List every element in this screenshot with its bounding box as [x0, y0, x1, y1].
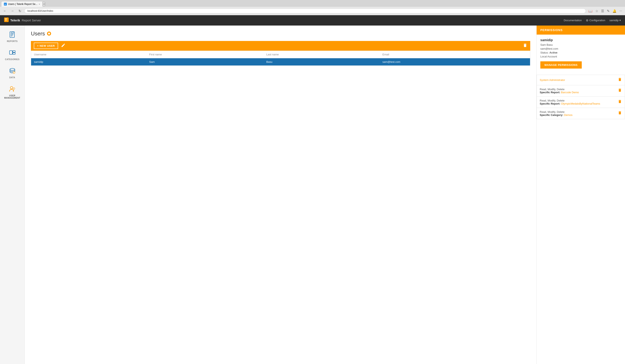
- browser-tab[interactable]: U Users | Telerik Report Se... ×: [1, 1, 43, 7]
- documentation-link[interactable]: Documentation: [563, 19, 582, 22]
- data-icon: +: [9, 67, 16, 75]
- sidebar: REPORTS CATEGORIES: [0, 26, 25, 364]
- permission-item-sysadmin: System Administrator: [537, 75, 625, 85]
- user-detail-fullname: Sam Basu: [540, 43, 621, 46]
- table-body: samidip Sam Basu sam@test.com: [31, 58, 530, 65]
- tab-close-button[interactable]: ×: [39, 3, 40, 5]
- permissions-panel: PERMISSIONS samidip Sam Basu sam@test.co…: [536, 26, 625, 364]
- content-with-panel: Users + NEW USER: [25, 26, 625, 364]
- user-menu[interactable]: samidip ▾: [609, 19, 621, 22]
- app-body: REPORTS CATEGORIES: [0, 26, 625, 364]
- col-lastname: Last name: [263, 51, 380, 58]
- forward-button[interactable]: →: [9, 8, 15, 14]
- sidebar-item-data[interactable]: + DATA: [0, 64, 25, 82]
- permission-text-demos: Read, Modify, Delete Specific Category: …: [540, 110, 572, 117]
- svg-point-13: [10, 68, 15, 70]
- edit-user-icon[interactable]: [61, 43, 65, 49]
- col-firstname: First name: [146, 51, 263, 58]
- user-detail-username: samidip: [540, 38, 621, 42]
- page-title: Users: [31, 30, 45, 37]
- new-user-button[interactable]: + NEW USER: [34, 43, 58, 49]
- reports-label: REPORTS: [7, 40, 18, 42]
- delete-user-icon[interactable]: [523, 43, 527, 49]
- permission-item-olympic: Read, Modify, Delete Specific Report: Ol…: [537, 96, 625, 108]
- perm-specific-olympic: Specific Report: OlympicMedalsByNational…: [540, 102, 600, 105]
- delete-permission-barcode[interactable]: [618, 88, 622, 93]
- table-header-row: Username First name Last name Email: [31, 51, 530, 58]
- tab-title: Users | Telerik Report Se...: [8, 3, 37, 5]
- delete-permission-demos[interactable]: [618, 111, 622, 116]
- logo-telerik: Telerik: [10, 19, 20, 22]
- cell-firstname: Sam: [146, 58, 263, 65]
- user-status-value: Active: [549, 51, 558, 54]
- new-tab-button[interactable]: +: [43, 2, 45, 6]
- bookmarks-icon[interactable]: 📖: [588, 8, 593, 14]
- perm-access-demos: Read, Modify, Delete: [540, 110, 572, 114]
- app-header: T Telerik Report Server Documentation ⚙ …: [0, 15, 625, 26]
- title-badge: [47, 31, 51, 36]
- data-label: DATA: [9, 76, 15, 79]
- svg-rect-9: [12, 32, 14, 33]
- favorites-icon[interactable]: ☆: [594, 8, 599, 14]
- cell-lastname: Basu: [263, 58, 380, 65]
- users-table-container: Username First name Last name Email sami…: [31, 51, 530, 66]
- page-title-section: Users: [31, 30, 530, 37]
- table-row[interactable]: samidip Sam Basu sam@test.com: [31, 58, 530, 65]
- permission-text-sysadmin: System Administrator: [540, 78, 565, 82]
- header-links: Documentation ⚙ Configuration samidip ▾: [563, 19, 621, 22]
- sysadmin-role-label: System Administrator: [540, 78, 565, 82]
- col-username: Username: [31, 51, 146, 58]
- delete-permission-olympic[interactable]: [618, 99, 622, 105]
- tab-favicon: U: [4, 3, 7, 5]
- permission-list: System Administrator Read, Modif: [537, 75, 625, 119]
- table-header: Username First name Last name Email: [31, 51, 530, 58]
- svg-text:+: +: [13, 72, 14, 74]
- main-content: Users + NEW USER: [25, 26, 536, 364]
- svg-rect-11: [13, 51, 15, 52]
- sidebar-item-reports[interactable]: REPORTS: [0, 28, 25, 46]
- user-management-label: USER MANAGEMENT: [2, 94, 23, 99]
- permission-text-olympic: Read, Modify, Delete Specific Report: Ol…: [540, 99, 600, 105]
- perm-access-barcode: Read, Modify, Delete: [540, 88, 579, 91]
- manage-permissions-button[interactable]: MANAGE PERMISSIONS: [540, 61, 582, 68]
- user-management-icon: [9, 85, 16, 93]
- svg-rect-10: [9, 51, 12, 54]
- user-detail: samidip Sam Basu sam@test.com Status: Ac…: [537, 34, 625, 75]
- app-logo: T Telerik Report Server: [4, 18, 563, 23]
- refresh-button[interactable]: ↻: [17, 8, 23, 14]
- configuration-link[interactable]: ⚙ Configuration: [586, 19, 605, 22]
- permissions-header: PERMISSIONS: [537, 26, 625, 34]
- svg-rect-12: [13, 53, 15, 54]
- cell-username: samidip: [31, 58, 146, 65]
- menu-icon[interactable]: ☰: [600, 8, 605, 14]
- address-bar[interactable]: [24, 8, 586, 13]
- svg-text:U: U: [4, 3, 6, 5]
- logo-t-icon: T: [4, 18, 9, 23]
- sidebar-item-categories[interactable]: CATEGORIES: [0, 46, 25, 64]
- categories-icon: [9, 49, 16, 57]
- user-detail-status: Status: Active: [540, 51, 621, 54]
- chevron-down-icon: ▾: [620, 19, 621, 22]
- svg-point-16: [10, 87, 13, 89]
- sidebar-item-user-management[interactable]: USER MANAGEMENT: [0, 82, 25, 102]
- perm-access-olympic: Read, Modify, Delete: [540, 99, 600, 102]
- delete-permission-sysadmin[interactable]: [618, 77, 622, 83]
- col-email: Email: [380, 51, 530, 58]
- logo-product: Report Server: [22, 19, 41, 22]
- extensions-icon[interactable]: 🔔: [612, 8, 617, 14]
- svg-point-17: [13, 88, 15, 89]
- user-detail-account-type: Local Account: [540, 55, 621, 58]
- svg-rect-8: [11, 36, 12, 36]
- edit-icon[interactable]: ✎: [606, 8, 610, 14]
- users-table: Username First name Last name Email sami…: [31, 51, 530, 65]
- perm-specific-barcode: Specific Report: Barcode Demo: [540, 91, 579, 94]
- back-button[interactable]: ←: [2, 8, 8, 14]
- permission-item-demos: Read, Modify, Delete Specific Category: …: [537, 108, 625, 119]
- cell-email: sam@test.com: [380, 58, 530, 65]
- svg-rect-7: [11, 35, 13, 35]
- perm-specific-demos: Specific Category: Demos: [540, 114, 572, 117]
- gear-icon: ⚙: [586, 19, 589, 22]
- reports-icon: [9, 31, 16, 39]
- more-icon[interactable]: ···: [619, 8, 623, 14]
- svg-rect-6: [11, 34, 14, 34]
